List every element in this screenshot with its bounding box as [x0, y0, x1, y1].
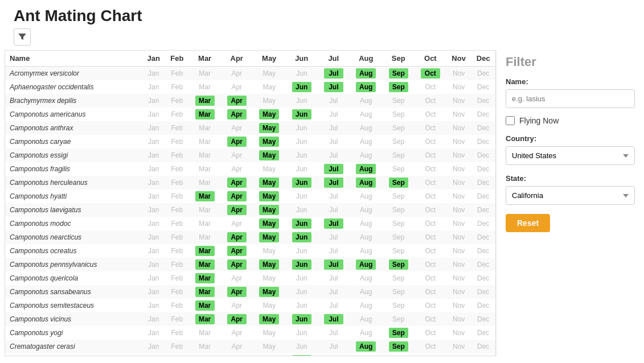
month-cell-jan: Jan [142, 299, 165, 312]
month-cell-mar: Mar [189, 162, 221, 176]
month-cell-mar: Mar [189, 121, 221, 135]
month-cell-feb: Feb [165, 312, 189, 326]
month-cell-feb: Feb [165, 176, 189, 189]
table-row: Camponotus semitestaceusJanFebMarAprMayJ… [5, 299, 495, 312]
month-cell-jan: Jan [142, 67, 165, 81]
month-cell-jan: Jan [142, 203, 165, 217]
month-cell-dec: Dec [471, 148, 495, 162]
month-cell-jun: Jun [286, 108, 318, 121]
name-filter-input[interactable] [506, 89, 635, 108]
species-name: Crematogaster cerasi [5, 340, 142, 353]
month-cell-jun: Jun [286, 67, 318, 81]
country-select[interactable]: United StatesCanadaMexico [506, 146, 635, 165]
month-cell-may: May [253, 299, 286, 312]
month-cell-jun: Jun [286, 340, 318, 353]
month-cell-nov: Nov [446, 80, 471, 94]
month-cell-sep: Sep [383, 285, 415, 299]
month-cell-sep: Sep [383, 271, 415, 285]
month-cell-oct: Oct [415, 271, 446, 285]
species-name: Camponotus semitestaceus [5, 299, 142, 312]
month-cell-jul: Jul [318, 312, 350, 326]
month-cell-jan: Jan [142, 94, 165, 108]
species-name: Camponotus yogi [5, 326, 142, 340]
table-row: Aphaenogaster occidentalisJanFebMarAprMa… [5, 80, 495, 94]
month-cell-apr: Apr [221, 353, 253, 356]
month-cell-jun: Jun [286, 148, 318, 162]
species-name: Camponotus sansabeanus [5, 285, 142, 299]
table-row: Camponotus americanusJanFebMarAprMayJunJ… [5, 108, 495, 121]
flying-now-checkbox[interactable] [506, 116, 515, 125]
table-row: Camponotus fragilisJanFebMarAprMayJunJul… [5, 162, 495, 176]
month-cell-nov: Nov [446, 148, 471, 162]
species-name: Camponotus essigi [5, 148, 142, 162]
mating-chart-table: Name JanFebMarAprMayJunJulAugSepOctNovDe… [5, 51, 495, 356]
month-cell-jun: Jun [286, 258, 318, 271]
month-cell-jun: Jun [286, 271, 318, 285]
month-cell-aug: Aug [350, 148, 383, 162]
month-cell-feb: Feb [165, 108, 189, 121]
month-header-may: May [253, 51, 286, 67]
month-cell-feb: Feb [165, 94, 189, 108]
month-cell-mar: Mar [189, 67, 221, 81]
month-cell-nov: Nov [446, 285, 471, 299]
month-cell-sep: Sep [383, 80, 415, 94]
month-cell-aug: Aug [350, 176, 383, 189]
month-cell-aug: Aug [350, 135, 383, 148]
month-cell-jun: Jun [286, 299, 318, 312]
month-cell-aug: Aug [350, 121, 383, 135]
reset-button[interactable]: Reset [506, 214, 550, 232]
table-row: Camponotus sansabeanusJanFebMarAprMayJun… [5, 285, 495, 299]
month-cell-apr: Apr [221, 217, 253, 230]
species-name: Camponotus modoc [5, 217, 142, 230]
country-filter-label: Country: [506, 134, 635, 143]
month-cell-sep: Sep [383, 244, 415, 258]
month-cell-jul: Jul [318, 135, 350, 148]
month-cell-mar: Mar [189, 148, 221, 162]
month-cell-dec: Dec [471, 217, 495, 230]
flying-now-label: Flying Now [519, 116, 559, 125]
month-cell-jul: Jul [318, 108, 350, 121]
filter-icon [18, 32, 27, 42]
month-cell-mar: Mar [189, 312, 221, 326]
month-cell-jun: Jun [286, 353, 318, 356]
month-cell-may: May [253, 230, 286, 244]
month-cell-may: May [253, 217, 286, 230]
month-cell-dec: Dec [471, 135, 495, 148]
month-cell-nov: Nov [446, 94, 471, 108]
month-cell-apr: Apr [221, 203, 253, 217]
month-cell-may: May [253, 285, 286, 299]
month-cell-jul: Jul [318, 217, 350, 230]
month-cell-aug: Aug [350, 67, 383, 81]
month-cell-jun: Jun [286, 244, 318, 258]
month-cell-feb: Feb [165, 230, 189, 244]
month-cell-sep: Sep [383, 67, 415, 81]
species-name: Camponotus laevigatus [5, 203, 142, 217]
month-cell-aug: Aug [350, 271, 383, 285]
month-cell-jan: Jan [142, 162, 165, 176]
month-cell-aug: Aug [350, 285, 383, 299]
month-cell-may: May [253, 121, 286, 135]
month-cell-dec: Dec [471, 244, 495, 258]
month-cell-may: May [253, 94, 286, 108]
species-name: Camponotus herculeanus [5, 176, 142, 189]
table-row: Camponotus pennsylvanicusJanFebMarAprMay… [5, 258, 495, 271]
month-cell-jul: Jul [318, 203, 350, 217]
month-cell-nov: Nov [446, 326, 471, 340]
species-name: Camponotus caryae [5, 135, 142, 148]
filter-heading: Filter [506, 55, 635, 69]
month-cell-oct: Oct [415, 67, 446, 81]
month-cell-jan: Jan [142, 244, 165, 258]
month-cell-dec: Dec [471, 312, 495, 326]
filter-icon-button[interactable] [14, 28, 31, 46]
table-row: Camponotus essigiJanFebMarAprMayJunJulAu… [5, 148, 495, 162]
month-cell-jul: Jul [318, 67, 350, 81]
table-row: Acromyrmex versicolorJanFebMarAprMayJunJ… [5, 67, 495, 81]
month-cell-dec: Dec [471, 94, 495, 108]
month-cell-dec: Dec [471, 285, 495, 299]
month-cell-nov: Nov [446, 271, 471, 285]
month-cell-jan: Jan [142, 312, 165, 326]
month-cell-jan: Jan [142, 121, 165, 135]
page-title: Ant Mating Chart [5, 0, 639, 28]
month-cell-jan: Jan [142, 148, 165, 162]
state-select[interactable]: CaliforniaTexasNew YorkFlorida [506, 186, 635, 205]
